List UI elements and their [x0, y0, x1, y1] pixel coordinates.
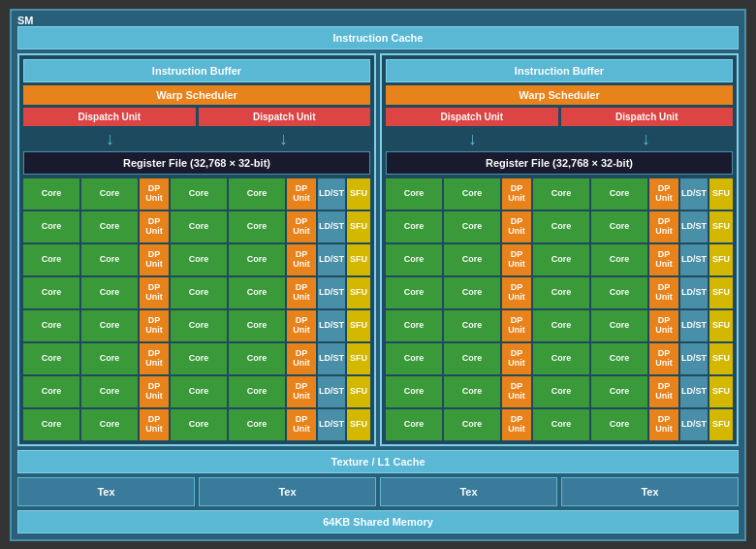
right-arrow-1: ↓ [468, 129, 477, 149]
sfu-cell: SFU [709, 178, 733, 210]
left-instruction-buffer: Instruction Buffer [23, 59, 370, 82]
core-cell: Core [81, 211, 138, 242]
core-row: CoreCoreDPUnitCoreCoreDPUnitLD/STSFU [386, 211, 733, 242]
sfu-cell: SFU [347, 343, 370, 374]
left-half: Instruction Buffer Warp Scheduler Dispat… [17, 53, 376, 446]
tex-unit-1: Tex [17, 477, 195, 506]
core-cell: Core [533, 310, 589, 341]
ldst-cell: LD/ST [680, 244, 708, 275]
dp-unit-cell: DPUnit [502, 343, 531, 374]
ldst-cell: LD/ST [318, 277, 345, 308]
left-cores-grid: CoreCoreDPUnitCoreCoreDPUnitLD/STSFUCore… [23, 178, 370, 440]
dp-unit-cell: DPUnit [287, 310, 316, 341]
shared-memory: 64KB Shared Memory [17, 510, 739, 533]
tex-unit-2: Tex [199, 477, 376, 506]
right-dispatch-unit-2: Dispatch Unit [561, 108, 734, 126]
core-cell: Core [444, 343, 500, 374]
core-cell: Core [171, 178, 227, 210]
ldst-cell: LD/ST [680, 277, 708, 308]
dp-unit-cell: DPUnit [649, 211, 678, 242]
tex-row: Tex Tex Tex Tex [17, 477, 739, 506]
dp-unit-cell: DPUnit [287, 211, 316, 242]
core-cell: Core [444, 376, 500, 407]
left-warp-scheduler: Warp Scheduler [23, 85, 370, 105]
ldst-cell: LD/ST [680, 310, 708, 341]
left-dispatch-unit-2: Dispatch Unit [199, 108, 371, 126]
ldst-cell: LD/ST [318, 310, 345, 341]
ldst-cell: LD/ST [318, 211, 345, 242]
core-cell: Core [171, 277, 227, 308]
core-cell: Core [591, 343, 647, 374]
dp-unit-cell: DPUnit [502, 244, 531, 275]
left-register-file: Register File (32,768 × 32-bit) [23, 151, 370, 175]
dp-unit-cell: DPUnit [140, 310, 169, 341]
core-cell: Core [171, 244, 227, 275]
core-row: CoreCoreDPUnitCoreCoreDPUnitLD/STSFU [386, 310, 733, 341]
core-cell: Core [23, 211, 79, 242]
dp-unit-cell: DPUnit [502, 277, 531, 308]
core-cell: Core [533, 211, 589, 242]
dp-unit-cell: DPUnit [649, 310, 678, 341]
dp-unit-cell: DPUnit [649, 244, 678, 275]
ldst-cell: LD/ST [318, 409, 345, 440]
sfu-cell: SFU [709, 277, 733, 308]
dp-unit-cell: DPUnit [287, 409, 316, 440]
right-dispatch-row: Dispatch Unit Dispatch Unit [386, 108, 733, 126]
core-cell: Core [229, 178, 285, 210]
core-cell: Core [444, 178, 500, 210]
core-cell: Core [23, 277, 79, 308]
right-warp-scheduler: Warp Scheduler [386, 85, 733, 105]
core-cell: Core [386, 211, 442, 242]
sfu-cell: SFU [709, 211, 733, 242]
core-cell: Core [591, 376, 647, 407]
dp-unit-cell: DPUnit [287, 343, 316, 374]
sfu-cell: SFU [347, 310, 370, 341]
core-row: CoreCoreDPUnitCoreCoreDPUnitLD/STSFU [386, 178, 733, 210]
sfu-cell: SFU [709, 310, 733, 341]
ldst-cell: LD/ST [680, 376, 708, 407]
sfu-cell: SFU [709, 376, 733, 407]
core-cell: Core [229, 244, 285, 275]
dp-unit-cell: DPUnit [140, 178, 169, 210]
sfu-cell: SFU [347, 244, 370, 275]
two-col-main: Instruction Buffer Warp Scheduler Dispat… [17, 53, 739, 446]
sfu-cell: SFU [347, 178, 370, 210]
core-cell: Core [591, 211, 647, 242]
left-dispatch-row: Dispatch Unit Dispatch Unit [23, 108, 370, 126]
core-cell: Core [171, 409, 227, 440]
core-row: CoreCoreDPUnitCoreCoreDPUnitLD/STSFU [23, 211, 370, 242]
left-arrow-2: ↓ [279, 129, 288, 149]
core-row: CoreCoreDPUnitCoreCoreDPUnitLD/STSFU [386, 277, 733, 308]
tex-unit-3: Tex [380, 477, 557, 506]
dp-unit-cell: DPUnit [649, 277, 678, 308]
dp-unit-cell: DPUnit [140, 211, 169, 242]
sfu-cell: SFU [709, 343, 733, 374]
dp-unit-cell: DPUnit [140, 409, 169, 440]
ldst-cell: LD/ST [680, 409, 708, 440]
dp-unit-cell: DPUnit [502, 376, 531, 407]
core-cell: Core [81, 409, 138, 440]
core-cell: Core [591, 178, 647, 210]
core-cell: Core [386, 376, 442, 407]
right-register-file: Register File (32,768 × 32-bit) [386, 151, 733, 175]
core-cell: Core [386, 178, 442, 210]
sfu-cell: SFU [347, 211, 370, 242]
core-cell: Core [81, 310, 138, 341]
texture-cache: Texture / L1 Cache [17, 450, 739, 473]
core-row: CoreCoreDPUnitCoreCoreDPUnitLD/STSFU [386, 343, 733, 374]
core-cell: Core [533, 343, 589, 374]
core-row: CoreCoreDPUnitCoreCoreDPUnitLD/STSFU [23, 310, 370, 341]
dp-unit-cell: DPUnit [287, 376, 316, 407]
sfu-cell: SFU [709, 409, 733, 440]
core-cell: Core [444, 277, 500, 308]
core-cell: Core [591, 409, 647, 440]
core-row: CoreCoreDPUnitCoreCoreDPUnitLD/STSFU [23, 178, 370, 210]
dp-unit-cell: DPUnit [649, 409, 678, 440]
ldst-cell: LD/ST [680, 211, 708, 242]
right-dispatch-unit-1: Dispatch Unit [386, 108, 558, 126]
ldst-cell: LD/ST [318, 343, 345, 374]
left-dispatch-unit-1: Dispatch Unit [23, 108, 196, 126]
core-cell: Core [229, 211, 285, 242]
sm-container: SM Instruction Cache Instruction Buffer … [10, 9, 746, 541]
core-cell: Core [444, 211, 500, 242]
